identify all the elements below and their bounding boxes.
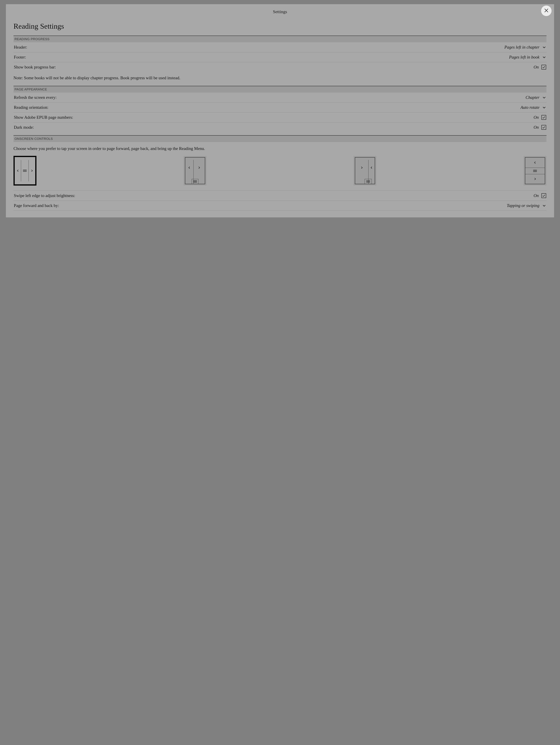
row-value: Auto rotate — [521, 105, 539, 110]
chevron-down-icon — [542, 105, 546, 109]
row-value: On — [533, 65, 539, 69]
layout-options — [13, 155, 547, 191]
row-value: On — [533, 115, 539, 120]
menu-icon — [21, 157, 29, 184]
row-label: Reading orientation: — [14, 105, 49, 110]
chevron-down-icon — [542, 45, 546, 49]
orientation-row[interactable]: Reading orientation: Auto rotate — [13, 102, 547, 112]
checkbox-checked-icon[interactable] — [541, 115, 546, 120]
close-icon — [544, 8, 549, 14]
row-label: Refresh the screen every: — [14, 95, 57, 100]
progress-bar-row[interactable]: Show book progress bar: On — [13, 62, 547, 72]
menu-icon — [193, 181, 197, 183]
page-title: Reading Settings — [13, 22, 547, 31]
modal-title: Settings — [273, 9, 287, 14]
menu-region — [192, 179, 198, 184]
adobe-epub-row[interactable]: Show Adobe EPUB page numbers: On — [13, 112, 547, 123]
brightness-swipe-row[interactable]: Swipe left edge to adjust brightness: On — [13, 191, 547, 201]
section-header-onscreen-controls: ONSCREEN CONTROLS — [13, 135, 547, 142]
row-label: Page forward and back by: — [14, 203, 59, 208]
row-value: Pages left in book — [509, 55, 539, 60]
row-label: Swipe left edge to adjust brightness: — [14, 193, 75, 198]
onscreen-description: Choose where you prefer to tap your scre… — [13, 142, 547, 155]
row-label: Show book progress bar: — [14, 65, 56, 69]
row-label: Show Adobe EPUB page numbers: — [14, 115, 73, 120]
row-value: On — [533, 193, 539, 198]
chevron-right-icon — [525, 174, 545, 184]
page-forward-back-row[interactable]: Page forward and back by: Tapping or swi… — [13, 201, 547, 210]
menu-region — [365, 179, 372, 184]
dark-mode-row[interactable]: Dark mode: On — [13, 123, 547, 132]
close-button[interactable] — [541, 6, 552, 16]
section-header-reading-progress: READING PROGRESS — [13, 36, 547, 42]
row-label: Dark mode: — [14, 125, 34, 130]
checkbox-checked-icon[interactable] — [541, 193, 546, 198]
top-bar: Settings — [6, 4, 554, 18]
chevron-left-icon — [525, 158, 545, 168]
settings-panel: Settings Reading Settings READING PROGRE… — [6, 4, 554, 218]
checkbox-checked-icon[interactable] — [541, 65, 546, 69]
menu-icon — [366, 181, 370, 183]
layout-option-1[interactable] — [13, 156, 36, 186]
refresh-row[interactable]: Refresh the screen every: Chapter — [13, 93, 547, 102]
row-value: Pages left in chapter — [504, 45, 539, 50]
chevron-right-icon — [193, 158, 205, 178]
chevron-left-icon — [185, 158, 193, 178]
row-value: Tapping or swiping — [507, 203, 539, 208]
menu-icon — [525, 168, 545, 174]
footer-setting-row[interactable]: Footer: Pages left in book — [13, 52, 547, 62]
chevron-down-icon — [542, 203, 546, 207]
checkbox-checked-icon[interactable] — [541, 125, 546, 130]
chevron-right-icon — [29, 157, 35, 184]
layout-option-4[interactable] — [524, 156, 547, 186]
row-label: Footer: — [14, 55, 26, 60]
progress-note: Note: Some books will not be able to dis… — [13, 72, 547, 86]
chevron-left-icon — [368, 158, 375, 178]
layout-option-2[interactable] — [184, 156, 207, 186]
section-header-page-appearance: PAGE APPEARANCE — [13, 86, 547, 93]
chevron-down-icon — [542, 55, 546, 59]
row-value: Chapter — [526, 95, 539, 100]
row-value: On — [533, 125, 539, 130]
chevron-right-icon — [355, 158, 368, 178]
chevron-left-icon — [15, 157, 21, 184]
chevron-down-icon — [542, 95, 546, 99]
row-label: Header: — [14, 45, 27, 50]
layout-option-3[interactable] — [353, 156, 376, 186]
header-setting-row[interactable]: Header: Pages left in chapter — [13, 42, 547, 52]
